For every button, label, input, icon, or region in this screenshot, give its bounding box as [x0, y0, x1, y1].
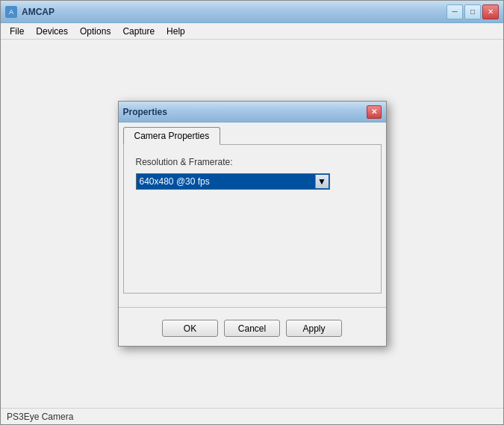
- dialog-divider: [119, 307, 386, 308]
- dialog-close-button[interactable]: ✕: [367, 105, 382, 119]
- title-bar: A AMCAP ─ □ ✕: [1, 1, 503, 23]
- ok-button[interactable]: OK: [162, 320, 218, 337]
- main-window: A AMCAP ─ □ ✕ File Devices Options Captu…: [0, 0, 504, 425]
- menu-item-options[interactable]: Options: [74, 25, 116, 38]
- menu-item-help[interactable]: Help: [161, 25, 191, 38]
- maximize-button[interactable]: □: [464, 4, 481, 19]
- menu-item-capture[interactable]: Capture: [116, 25, 161, 38]
- app-title: AMCAP: [22, 7, 55, 17]
- resolution-label: Resolution & Framerate:: [136, 157, 369, 167]
- cancel-button[interactable]: Cancel: [224, 320, 280, 337]
- title-buttons: ─ □ ✕: [447, 4, 499, 19]
- title-bar-left: A AMCAP: [5, 6, 55, 18]
- status-text: PS3Eye Camera: [7, 412, 73, 422]
- modal-overlay: Properties ✕ Camera Properties Resolutio…: [1, 40, 503, 408]
- menu-item-devices[interactable]: Devices: [30, 25, 74, 38]
- minimize-button[interactable]: ─: [447, 4, 463, 19]
- tab-content: Resolution & Framerate: 640x480 @30 fps …: [123, 144, 382, 294]
- menu-bar: File Devices Options Capture Help: [1, 23, 503, 40]
- tab-camera-properties[interactable]: Camera Properties: [123, 127, 221, 145]
- status-bar: PS3Eye Camera: [1, 408, 503, 424]
- dialog-body: Camera Properties Resolution & Framerate…: [119, 122, 386, 346]
- menu-item-file[interactable]: File: [4, 25, 30, 38]
- tab-bar: Camera Properties: [119, 122, 386, 145]
- close-button[interactable]: ✕: [482, 4, 499, 19]
- resolution-dropdown-wrapper: 640x480 @30 fps 640x480 @60 fps 320x240 …: [136, 173, 330, 190]
- resolution-dropdown[interactable]: 640x480 @30 fps 640x480 @60 fps 320x240 …: [136, 173, 330, 190]
- dialog-title-bar: Properties ✕: [119, 102, 386, 122]
- app-icon: A: [5, 6, 17, 18]
- main-content: Properties ✕ Camera Properties Resolutio…: [1, 40, 503, 408]
- button-row: OK Cancel Apply: [119, 314, 386, 346]
- apply-button[interactable]: Apply: [286, 320, 342, 337]
- dialog-title: Properties: [123, 107, 167, 117]
- properties-dialog: Properties ✕ Camera Properties Resolutio…: [118, 101, 387, 347]
